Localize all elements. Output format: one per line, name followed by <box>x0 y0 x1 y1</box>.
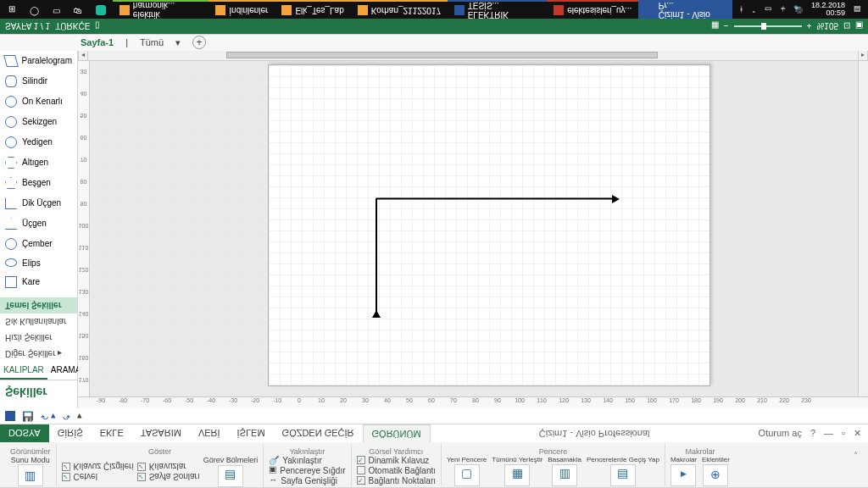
drawing-page[interactable] <box>268 64 710 386</box>
btn-eklentiler[interactable]: ⊕ <box>703 464 728 486</box>
tray-volume-icon[interactable]: 🔊 <box>793 5 803 14</box>
shape-on-kenarli[interactable]: On Kenarlı <box>0 92 77 112</box>
ribbon-collapse-icon[interactable]: ˅ <box>849 444 863 457</box>
btn-pencerelerde-gecis[interactable]: ▤ <box>610 464 636 486</box>
presentation-mode-icon[interactable]: ▦ <box>711 22 719 31</box>
shape-besgen[interactable]: Beşgen <box>0 173 77 193</box>
chk-sayfa-sonlari[interactable]: Sayfa Sonları <box>137 472 200 481</box>
chk-cetvel[interactable]: Cetvel <box>62 472 97 481</box>
minimize-icon[interactable]: — <box>824 428 833 439</box>
btn-basamakla[interactable]: ▥ <box>552 464 577 486</box>
add-page-button[interactable]: + <box>192 36 206 50</box>
visio-app-icon[interactable] <box>5 411 15 421</box>
vertical-scrollbar[interactable] <box>858 61 868 396</box>
tab-ekle[interactable]: EKLE <box>92 424 132 442</box>
shape-cember[interactable]: Çember <box>0 234 77 254</box>
zoom-out-icon[interactable]: − <box>724 22 729 31</box>
tb-app-indirilenler[interactable]: İndirilenler <box>209 0 275 19</box>
shape-silindir[interactable]: Silindir <box>0 71 77 92</box>
chk-dinamik-kilavuz[interactable]: Dinamik Kılavuz <box>357 456 430 465</box>
tray-wifi-icon[interactable]: ⏚ <box>781 5 785 14</box>
chk-baglanti-noktalari[interactable]: Bağlantı Noktaları <box>357 476 437 485</box>
gorev-bolmeleri-button[interactable]: ▤ <box>218 465 243 487</box>
chk-kilavuz-cizgileri[interactable]: Kılavuz Çizgileri <box>62 462 134 471</box>
shape-ucgen[interactable]: Üçgen <box>0 214 77 234</box>
tb-app-visio[interactable]: Çizim1 - Visio Pr... <box>638 0 732 19</box>
shape-altigen[interactable]: Altıgen <box>0 152 77 173</box>
close-icon[interactable]: ✕ <box>854 428 861 439</box>
tb-store[interactable]: 🛍 <box>67 0 89 19</box>
tray-battery-icon[interactable]: ▭ <box>765 5 772 14</box>
btn-sayfa-genisligi[interactable]: ↔ Sayfa Genişliği <box>269 476 337 485</box>
shape-kare[interactable]: Kare <box>0 272 77 292</box>
zoom-level[interactable]: %105 <box>816 22 838 31</box>
ribbon: ▥ Sunu Modu Görünümler Cetvel Kılavuz Çi… <box>0 408 868 488</box>
section-temel-sekiller[interactable]: Temel Şekiller <box>0 297 77 313</box>
tb-app-g[interactable] <box>89 0 113 19</box>
tab-giris[interactable]: GİRİŞ <box>49 424 92 442</box>
qat-save-icon[interactable]: 💾 <box>22 411 34 422</box>
tb-app-korhan[interactable]: Korhan_21122017 <box>351 0 448 19</box>
btn-pencereye-sigdir[interactable]: ▣ Pencereye Sığdır <box>269 466 345 475</box>
language-indicator[interactable]: TÜRKÇE <box>55 22 90 31</box>
qat-customize-icon[interactable]: ▾ <box>77 411 82 422</box>
tray-notifications-icon[interactable]: ▤ <box>854 5 861 14</box>
tab-gorunum[interactable]: GÖRÜNÜM <box>363 424 431 442</box>
ribbon-group-goster: Cetvel Kılavuz Çizgileri Sayfa Sonları K… <box>57 444 264 487</box>
fullscreen-icon[interactable]: ▣ <box>855 22 863 31</box>
shape-dik-ucgen[interactable]: Dik Üçgen <box>0 193 77 214</box>
section-sik-kullanilanlar[interactable]: Sık Kullanılanlar <box>0 313 77 330</box>
btn-yakinlastir[interactable]: 🔍 Yakınlaştır <box>269 456 322 465</box>
start-button[interactable]: ⊞ <box>0 5 23 14</box>
maximize-icon[interactable]: ▫ <box>842 428 845 439</box>
windows-taskbar: ⊞ ◯ ▭ 🛍 elektrik harmonik... İndirilenle… <box>0 0 868 19</box>
tab-islem[interactable]: İŞLEM <box>229 424 274 442</box>
fit-page-icon[interactable]: ⊡ <box>843 22 850 31</box>
connector-vertical[interactable] <box>376 198 377 312</box>
oturum-ac-link[interactable]: Oturum aç <box>759 428 802 439</box>
tray-clock[interactable]: 00:59 18.2.2018 <box>811 2 845 17</box>
panel-tab-kaliplar[interactable]: KALIPLAR <box>0 362 47 380</box>
quick-access-toolbar: 💾 ↶ ▾ ↷ ▾ <box>0 408 868 424</box>
chk-otomatik-baglanti[interactable]: Otomatik Bağlantı <box>357 466 436 475</box>
qat-redo-icon[interactable]: ↷ <box>63 411 70 422</box>
drawing-surface[interactable] <box>90 61 858 396</box>
btn-makrolar[interactable]: ▸ <box>670 464 696 486</box>
ribbon-group-gorsel-yardimci: Dinamik Kılavuz Otomatik Bağlantı Bağlan… <box>352 444 442 485</box>
tb-app-elkteslab[interactable]: Elk_Tes_Lab <box>275 0 350 19</box>
tray-share-icon[interactable]: ᚼ <box>739 5 743 14</box>
arrowhead-down-icon <box>372 310 381 318</box>
horizontal-scrollbar[interactable]: ◂▸ <box>78 51 868 61</box>
tb-app-elektrik-tesis[interactable]: ELEKTRİK TESİS... <box>448 0 547 19</box>
chk-kilavuzlar[interactable]: Kılavuzlar <box>137 462 186 471</box>
shape-sekizgen[interactable]: Sekizgen <box>0 112 77 132</box>
tb-app-harmonik[interactable]: elektrik harmonik... <box>113 0 209 19</box>
visio-status-bar: SAYFA 1 / 1 TÜRKÇE ▯ ▦ − + %105 ⊡ ▣ <box>0 19 868 34</box>
page-tab-dropdown-icon[interactable]: ▾ <box>175 37 181 48</box>
tab-veri[interactable]: VERİ <box>190 424 229 442</box>
help-icon[interactable]: ? <box>810 428 815 439</box>
section-diger-sekiller[interactable]: Diğer Şekiller ▸ <box>0 346 77 362</box>
shape-yedigen[interactable]: Yedigen <box>0 132 77 152</box>
tab-gozden-gecir[interactable]: GÖZDEN GEÇİR <box>274 424 363 442</box>
tb-taskview[interactable]: ▭ <box>46 0 67 19</box>
btn-yeni-pencere[interactable]: ▢ <box>454 464 480 486</box>
tab-dosya[interactable]: DOSYA <box>0 424 49 442</box>
zoom-slider[interactable] <box>734 25 802 27</box>
vertical-ruler: 30405060708090100110120130140150160170 <box>78 61 90 396</box>
page-tab-active[interactable]: Sayfa-1 <box>81 38 114 48</box>
connector-horizontal[interactable] <box>376 198 614 200</box>
shape-paralelogram[interactable]: Paralelogram <box>0 51 77 71</box>
record-macro-icon[interactable]: ▯ <box>95 22 100 31</box>
tb-app-elektesisleri[interactable]: elektesisleri_uy... <box>547 0 638 19</box>
zoom-in-icon[interactable]: + <box>807 22 812 31</box>
tray-chevron-icon[interactable]: ˅ <box>752 5 756 14</box>
qat-undo-icon[interactable]: ↶ ▾ <box>41 411 56 422</box>
tb-cortana[interactable]: ◯ <box>23 0 46 19</box>
btn-tumunu-yerlestir[interactable]: ▦ <box>504 464 530 486</box>
page-tab-all[interactable]: Tümü <box>140 38 164 48</box>
shape-elips[interactable]: Elips <box>0 254 77 272</box>
sunu-modu-button[interactable]: ▥ <box>18 464 43 486</box>
tab-tasarim[interactable]: TASARIM <box>132 424 190 442</box>
section-hizli-sekiller[interactable]: Hızlı Şekiller <box>0 330 77 346</box>
